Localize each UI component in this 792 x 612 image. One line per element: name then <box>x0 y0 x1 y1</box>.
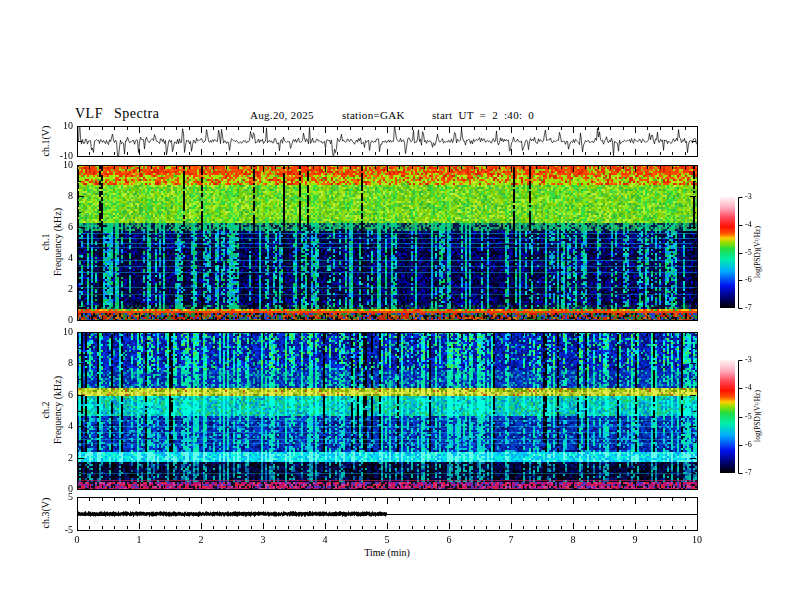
ch1-frequency-tick-label: 10 <box>40 160 73 170</box>
x-tick-label: 5 <box>375 535 399 545</box>
colorbar-tick-label: -5 <box>745 413 752 421</box>
x-tick-label: 9 <box>623 535 647 545</box>
ch1-frequency-tick-label: 0 <box>40 315 73 325</box>
vlf-spectra-figure: VLF Spectra Aug.20, 2025 station=GAK sta… <box>0 0 792 612</box>
x-tick-label: 3 <box>251 535 275 545</box>
ch1-frequency-tick-label: 2 <box>40 284 73 294</box>
ch1-frequency-tick-label: 6 <box>40 222 73 232</box>
ch2-frequency-tick-label: 4 <box>40 421 73 431</box>
ch2-frequency-tick-label: 6 <box>40 390 73 400</box>
x-tick-label: 4 <box>313 535 337 545</box>
colorbar-tick-label: -6 <box>745 441 752 449</box>
x-tick-label: 0 <box>65 535 89 545</box>
ch3-voltage-tick-label: 5 <box>40 492 73 502</box>
colorbar-tick-label: -5 <box>745 249 752 257</box>
ch1-frequency-tick-label: 4 <box>40 253 73 263</box>
ch1-voltage-tick-label: 10 <box>40 121 73 131</box>
ch3-voltage-tick-label: -5 <box>40 525 73 535</box>
ch2-frequency-tick-label: 8 <box>40 358 73 368</box>
colorbar-tick-label: -3 <box>745 193 752 201</box>
x-tick-label: 10 <box>685 535 709 545</box>
axes-ticks-overlay <box>0 0 792 612</box>
colorbar-tick-label: -4 <box>745 221 752 229</box>
x-tick-label: 8 <box>561 535 585 545</box>
ch1-frequency-tick-label: 8 <box>40 191 73 201</box>
colorbar-tick-label: -7 <box>745 469 752 477</box>
colorbar-tick-label: -7 <box>745 304 752 312</box>
x-tick-label: 1 <box>127 535 151 545</box>
ch2-frequency-tick-label: 10 <box>40 327 73 337</box>
x-tick-label: 2 <box>189 535 213 545</box>
colorbar-tick-label: -3 <box>745 356 752 364</box>
x-tick-label: 6 <box>437 535 461 545</box>
colorbar-tick-label: -4 <box>745 384 752 392</box>
x-tick-label: 7 <box>499 535 523 545</box>
ch2-frequency-tick-label: 2 <box>40 453 73 463</box>
colorbar-tick-label: -6 <box>745 276 752 284</box>
